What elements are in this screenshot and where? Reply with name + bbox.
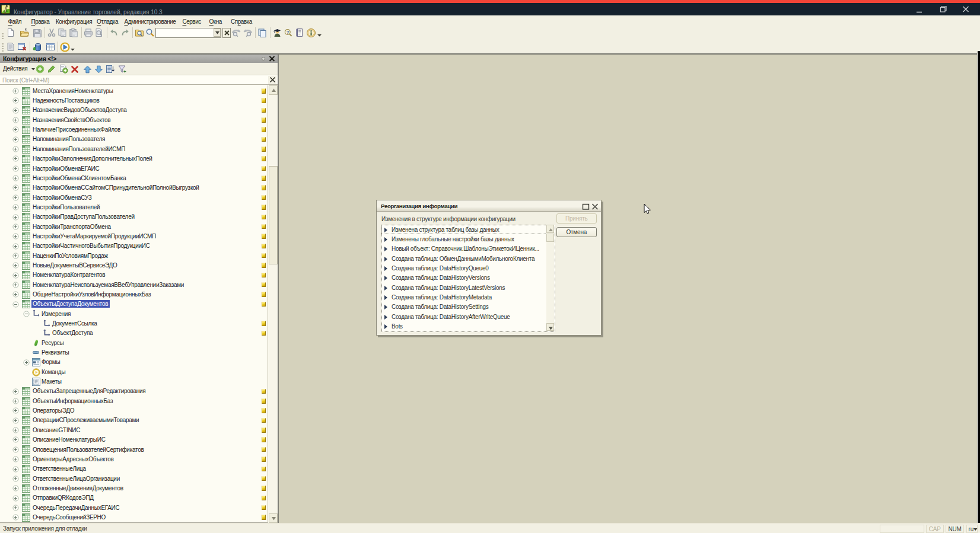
- svg-text:?: ?: [287, 30, 289, 35]
